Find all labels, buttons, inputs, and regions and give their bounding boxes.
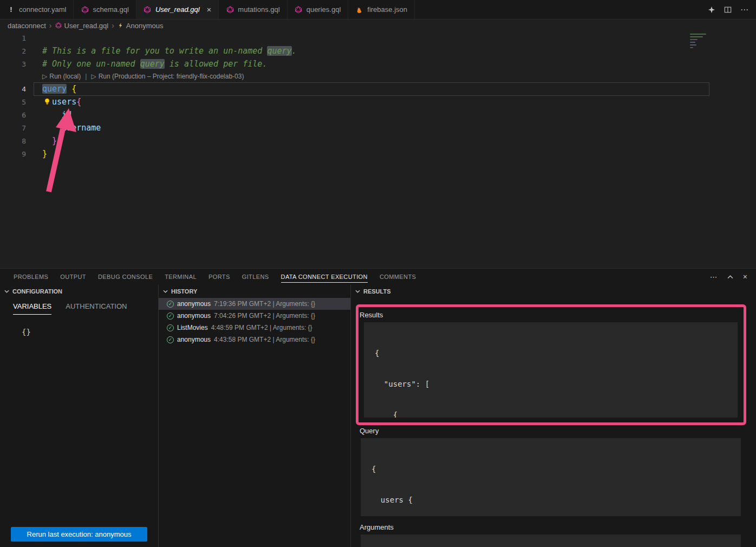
history-row[interactable]: ✓ anonymous 7:19:36 PM GMT+2 | Arguments… [159, 298, 350, 310]
panel-tab-terminal[interactable]: TERMINAL [159, 269, 203, 285]
tab-user-read-gql[interactable]: User_read.gql × [136, 0, 219, 19]
run-production-link[interactable]: ▷ Run (Production – Project: friendly-fl… [91, 73, 244, 80]
code-line-5[interactable]: 5 users{ [0, 95, 756, 108]
rerun-last-execution-button[interactable]: Rerun last execution: anonymous [11, 527, 147, 542]
tab-connector-yaml[interactable]: ! connector.yaml [0, 0, 74, 19]
breadcrumb-label: User_read.gql [64, 22, 109, 30]
panel-tab-data-connect-execution[interactable]: DATA CONNECT EXECUTION [275, 269, 374, 285]
tab-variables[interactable]: VARIABLES [13, 302, 51, 315]
yaml-file-icon: ! [7, 5, 15, 14]
open-brace: { [71, 84, 76, 94]
history-meta: 7:04:26 PM GMT+2 | Arguments: {} [214, 312, 315, 320]
query-label: Query [360, 427, 756, 435]
field-id: id [42, 110, 71, 120]
play-icon: ▷ [91, 73, 96, 80]
copilot-sparkle-icon[interactable] [708, 6, 715, 14]
arguments-code-box: {} [361, 535, 741, 547]
more-actions-icon[interactable]: ⋯ [710, 272, 718, 281]
configuration-title: CONFIGURATION [12, 288, 62, 295]
results-label: Results [360, 311, 756, 319]
code-line: users { [372, 495, 734, 505]
history-meta: 7:19:36 PM GMT+2 | Arguments: {} [214, 300, 315, 308]
comment-text: is allowed per file. [165, 59, 268, 69]
code-line-3[interactable]: 3 # Only one un-named query is allowed p… [0, 57, 756, 70]
configuration-header[interactable]: CONFIGURATION [0, 285, 158, 298]
close-brace: } [42, 149, 47, 159]
history-row[interactable]: ✓ anonymous 7:04:26 PM GMT+2 | Arguments… [159, 310, 350, 322]
chevron-right-icon: › [112, 21, 114, 30]
graphql-icon [55, 22, 62, 29]
tab-schema-gql[interactable]: schema.gql [74, 0, 136, 19]
line-number: 1 [0, 34, 30, 42]
code-line-6[interactable]: 6 id [0, 108, 756, 121]
firebase-icon [355, 5, 363, 14]
symbol-event-icon [118, 22, 123, 29]
code-line: { [372, 464, 734, 474]
tab-label: User_read.gql [155, 5, 200, 14]
chevron-down-icon [4, 290, 9, 293]
history-section: HISTORY ✓ anonymous 7:19:36 PM GMT+2 | A… [159, 285, 351, 547]
code-editor[interactable]: 1 2 # This is a file for you to write an… [0, 31, 756, 268]
tab-authentication[interactable]: AUTHENTICATION [66, 302, 127, 315]
code-line-8[interactable]: 8 } [0, 134, 756, 147]
highlighted-word: query [267, 46, 291, 56]
bottom-panel: PROBLEMS OUTPUT DEBUG CONSOLE TERMINAL P… [0, 268, 756, 547]
split-editor-icon[interactable] [724, 6, 732, 14]
panel-tab-comments[interactable]: COMMENTS [374, 269, 422, 285]
history-meta: 4:48:59 PM GMT+2 | Arguments: {} [211, 324, 312, 331]
breadcrumb-dataconnect[interactable]: dataconnect [8, 22, 46, 30]
code-line-1[interactable]: 1 [0, 31, 756, 44]
panel-tab-output[interactable]: OUTPUT [54, 269, 92, 285]
panel-tab-gitlens[interactable]: GITLENS [236, 269, 275, 285]
run-production-label: Run (Production – Project: friendly-flix… [99, 73, 244, 80]
code-line-7[interactable]: 7 username [0, 121, 756, 134]
history-name: ListMovies [177, 324, 208, 331]
comment-text: . [292, 46, 297, 56]
comment-text: # This is a file for you to write an un-… [42, 46, 267, 56]
history-row[interactable]: ✓ anonymous 4:43:58 PM GMT+2 | Arguments… [159, 334, 350, 346]
chevron-right-icon: › [49, 21, 52, 30]
results-header[interactable]: RESULTS [351, 285, 756, 298]
history-row[interactable]: ✓ ListMovies 4:48:59 PM GMT+2 | Argument… [159, 322, 350, 334]
run-local-label: Run (local) [49, 73, 81, 80]
json-line: { [375, 410, 731, 418]
panel-tab-problems[interactable]: PROBLEMS [8, 269, 54, 285]
breadcrumb-label: dataconnect [8, 22, 46, 30]
breadcrumb-symbol-anonymous[interactable]: Anonymous [118, 22, 164, 30]
breadcrumb: dataconnect › User_read.gql › Anonymous [0, 19, 756, 31]
variables-value[interactable]: {} [22, 328, 158, 336]
history-name: anonymous [177, 300, 211, 308]
success-check-icon: ✓ [167, 336, 174, 343]
run-local-link[interactable]: ▷ Run (local) [42, 73, 81, 80]
line-number: 7 [0, 124, 30, 132]
tab-label: connector.yaml [19, 5, 66, 14]
graphql-icon [144, 5, 152, 14]
chevron-down-icon [163, 290, 168, 293]
line-number: 8 [0, 137, 30, 145]
history-title: HISTORY [171, 288, 197, 295]
close-brace: } [42, 136, 57, 146]
code-line-2[interactable]: 2 # This is a file for you to write an u… [0, 44, 756, 57]
breadcrumb-label: Anonymous [126, 22, 164, 30]
code-line-4[interactable]: 4 query { [0, 82, 756, 95]
maximize-panel-icon[interactable] [727, 275, 733, 279]
comment-text: # Only one un-named [42, 59, 140, 69]
more-actions-icon[interactable]: ⋯ [740, 5, 748, 15]
breadcrumb-file[interactable]: User_read.gql [55, 22, 109, 30]
minimap[interactable] [690, 34, 708, 52]
panel-tab-debug-console[interactable]: DEBUG CONSOLE [92, 269, 159, 285]
tab-queries-gql[interactable]: queries.gql [288, 0, 349, 19]
history-header[interactable]: HISTORY [159, 285, 350, 298]
arguments-label: Arguments [360, 523, 756, 531]
panel-tab-ports[interactable]: PORTS [203, 269, 236, 285]
close-tab-icon[interactable]: × [207, 5, 212, 14]
success-check-icon: ✓ [167, 312, 174, 320]
tab-label: queries.gql [307, 5, 341, 14]
line-number: 5 [0, 98, 30, 106]
tab-mutations-gql[interactable]: mutations.gql [219, 0, 287, 19]
code-line-9[interactable]: 9 } [0, 147, 756, 160]
lightbulb-icon[interactable] [43, 97, 51, 106]
tab-firebase-json[interactable]: firebase.json [348, 0, 415, 19]
editor-actions: ⋯ [700, 0, 756, 19]
close-panel-icon[interactable]: × [743, 272, 747, 281]
